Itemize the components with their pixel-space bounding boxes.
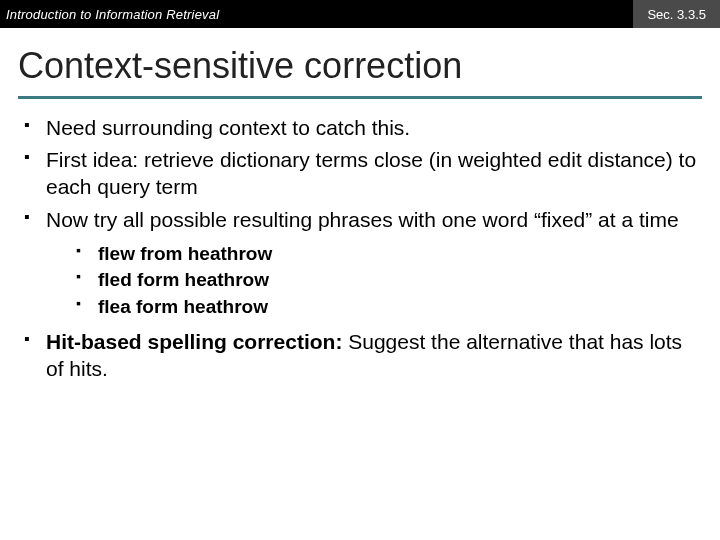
content-area: Need surrounding context to catch this. … <box>0 99 720 383</box>
bullet-list: Need surrounding context to catch this. … <box>22 115 698 383</box>
list-item: flew from heathrow <box>76 242 698 266</box>
header-bar: Introduction to Information Retrieval Se… <box>0 0 720 28</box>
emphasis-text: Hit-based spelling correction: <box>46 330 342 353</box>
page-title: Context-sensitive correction <box>18 46 702 86</box>
list-item: Need surrounding context to catch this. <box>22 115 698 142</box>
list-item: Hit-based spelling correction: Suggest t… <box>22 329 698 383</box>
list-item-text: Now try all possible resulting phrases w… <box>46 208 679 231</box>
title-area: Context-sensitive correction <box>0 28 720 86</box>
list-item: Now try all possible resulting phrases w… <box>22 207 698 319</box>
list-item: flea form heathrow <box>76 295 698 319</box>
section-badge: Sec. 3.3.5 <box>633 0 720 28</box>
sub-list: flew from heathrow fled form heathrow fl… <box>76 242 698 319</box>
list-item: First idea: retrieve dictionary terms cl… <box>22 147 698 201</box>
course-title: Introduction to Information Retrieval <box>0 7 219 22</box>
list-item: fled form heathrow <box>76 268 698 292</box>
